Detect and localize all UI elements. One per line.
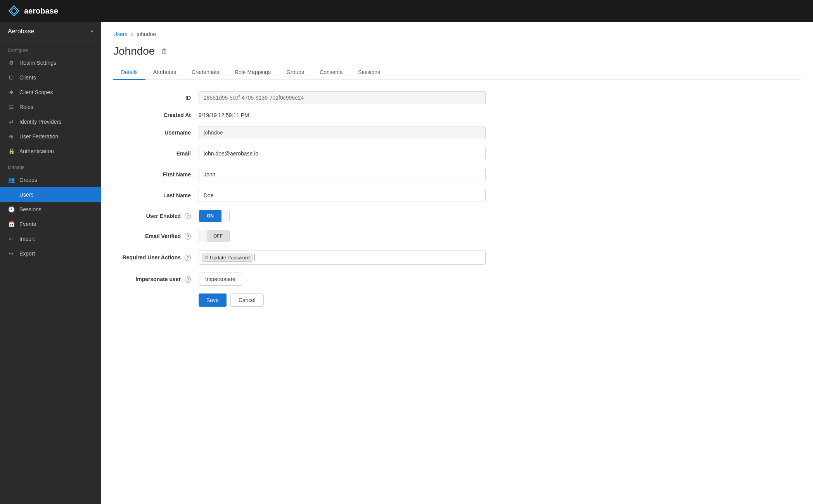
logo: aerobase	[8, 5, 58, 17]
user-details-form: ID Created At 9/19/19 12:59:11 PM Userna…	[113, 91, 486, 307]
sidebar-item-roles[interactable]: ☰ Roles	[0, 100, 101, 114]
email-verified-toggle[interactable]: OFF	[199, 230, 230, 242]
page-title: Johndoe	[113, 45, 155, 57]
created-at-text: 9/19/19 12:59:11 PM	[199, 112, 249, 118]
breadcrumb-separator: »	[131, 31, 134, 37]
impersonate-label: Impersonate user ?	[113, 276, 199, 283]
toggle-off-side	[221, 210, 229, 222]
field-impersonate: Impersonate user ? Impersonate	[113, 273, 486, 286]
sidebar-item-user-federation[interactable]: ⊕ User Federation	[0, 129, 101, 144]
created-at-value: 9/19/19 12:59:11 PM	[199, 112, 486, 118]
created-at-label: Created At	[113, 112, 199, 118]
username-label: Username	[113, 129, 199, 136]
field-created-at: Created At 9/19/19 12:59:11 PM	[113, 112, 486, 118]
email-verified-help-icon[interactable]: ?	[185, 233, 191, 240]
sidebar: Aerobase ▾ Configure ⚙ Realm Settings ⬡ …	[0, 22, 101, 504]
username-input[interactable]	[199, 126, 486, 139]
breadcrumb: Users » johndoe	[113, 31, 801, 37]
last-name-label: Last Name	[113, 192, 199, 198]
email-value-wrapper	[199, 147, 486, 160]
input-cursor	[254, 254, 254, 261]
logo-icon	[8, 5, 20, 17]
chevron-down-icon: ▾	[91, 29, 93, 34]
sidebar-item-users[interactable]: 👤 Users	[0, 187, 101, 202]
export-icon: ↪	[8, 250, 15, 257]
required-actions-label: Required User Actions ?	[113, 254, 199, 261]
clock-icon: 🕐	[8, 206, 15, 213]
sidebar-item-label: User Federation	[19, 133, 58, 140]
tab-attributes[interactable]: Attributes	[145, 65, 184, 80]
sidebar-item-import[interactable]: ↩ Import	[0, 231, 101, 246]
page-title-row: Johndoe 🗑	[113, 45, 801, 57]
sidebar-item-client-scopes[interactable]: ❖ Client Scopes	[0, 85, 101, 100]
tab-credentials[interactable]: Credentials	[184, 65, 227, 80]
field-email-verified: Email Verified ? OFF	[113, 230, 486, 242]
user-enabled-toggle[interactable]: ON	[199, 210, 230, 222]
user-enabled-toggle-wrapper: ON	[199, 210, 486, 222]
configure-section-label: Configure	[0, 41, 101, 55]
tab-groups[interactable]: Groups	[278, 65, 312, 80]
calendar-icon: 📅	[8, 221, 15, 228]
exchange-icon: ⇄	[8, 118, 15, 125]
sidebar-item-clients[interactable]: ⬡ Clients	[0, 70, 101, 85]
sidebar-item-export[interactable]: ↪ Export	[0, 246, 101, 261]
id-input[interactable]	[199, 91, 486, 104]
tab-sessions[interactable]: Sessions	[350, 65, 388, 80]
sidebar-item-label: Realm Settings	[19, 60, 56, 66]
realm-selector[interactable]: Aerobase ▾	[0, 22, 101, 41]
users-icon: 👥	[8, 176, 15, 183]
sidebar-item-sessions[interactable]: 🕐 Sessions	[0, 202, 101, 217]
lock-icon: 🔒	[8, 148, 15, 155]
save-button[interactable]: Save	[199, 293, 227, 307]
email-verified-label: Email Verified ?	[113, 233, 199, 240]
breadcrumb-current: johndoe	[137, 31, 156, 37]
field-id: ID	[113, 91, 486, 104]
id-label: ID	[113, 95, 199, 101]
first-name-label: First Name	[113, 171, 199, 178]
sidebar-item-label: Export	[19, 250, 35, 257]
shapes-icon: ❖	[8, 89, 15, 96]
topbar: aerobase	[0, 0, 813, 22]
id-value-wrapper	[199, 91, 486, 104]
form-actions: Save Cancel	[199, 293, 486, 307]
sidebar-item-label: Client Scopes	[19, 89, 53, 95]
sidebar-item-label: Groups	[19, 177, 37, 183]
field-email: Email	[113, 147, 486, 160]
email-input[interactable]	[199, 147, 486, 160]
user-enabled-help-icon[interactable]: ?	[185, 213, 191, 219]
last-name-input[interactable]	[199, 189, 486, 202]
required-actions-input-wrapper: ✕ Update Password	[199, 250, 486, 265]
delete-user-button[interactable]: 🗑	[159, 46, 170, 57]
impersonate-button[interactable]: Impersonate	[199, 273, 242, 286]
tab-consents[interactable]: Consents	[312, 65, 350, 80]
logo-text: aerobase	[24, 7, 58, 16]
impersonate-help-icon[interactable]: ?	[185, 276, 191, 283]
email-verified-toggle-wrapper: OFF	[199, 230, 486, 242]
toggle-off-label: OFF	[207, 230, 229, 242]
cancel-button[interactable]: Cancel	[230, 293, 264, 307]
manage-section-label: Manage	[0, 159, 101, 173]
sidebar-item-label: Identity Providers	[19, 119, 61, 125]
tag-remove-icon[interactable]: ✕	[205, 255, 208, 260]
breadcrumb-users-link[interactable]: Users	[113, 31, 128, 37]
tabs: Details Attributes Credentials Role Mapp…	[113, 65, 801, 80]
sidebar-item-identity-providers[interactable]: ⇄ Identity Providers	[0, 114, 101, 129]
required-actions-tag-input[interactable]: ✕ Update Password	[199, 250, 486, 265]
sidebar-item-events[interactable]: 📅 Events	[0, 217, 101, 231]
tab-details[interactable]: Details	[113, 65, 145, 80]
user-icon: 👤	[8, 191, 15, 198]
cube-icon: ⬡	[8, 74, 15, 81]
sidebar-item-authentication[interactable]: 🔒 Authentication	[0, 144, 101, 159]
email-label: Email	[113, 150, 199, 157]
sidebar-item-realm-settings[interactable]: ⚙ Realm Settings	[0, 55, 101, 70]
realm-name: Aerobase	[8, 28, 35, 35]
impersonate-btn-wrapper: Impersonate	[199, 273, 486, 286]
tab-role-mappings[interactable]: Role Mappings	[227, 65, 278, 80]
required-actions-help-icon[interactable]: ?	[185, 255, 191, 261]
update-password-tag: ✕ Update Password	[202, 254, 253, 262]
sidebar-item-label: Sessions	[19, 206, 42, 212]
sidebar-item-groups[interactable]: 👥 Groups	[0, 173, 101, 187]
sidebar-item-label: Users	[19, 192, 34, 198]
first-name-input[interactable]	[199, 168, 486, 181]
stack-icon: ⊕	[8, 133, 15, 140]
